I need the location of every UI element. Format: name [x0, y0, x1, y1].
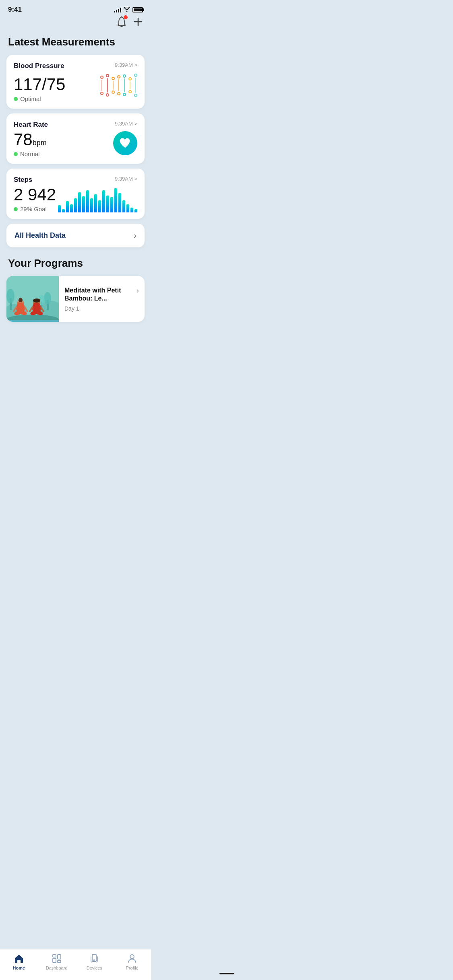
step-bar: [102, 190, 105, 212]
programs-title: Your Programs: [0, 255, 151, 276]
step-bar: [110, 197, 113, 212]
step-bar: [106, 196, 109, 212]
hr-title: Heart Rate: [14, 121, 48, 129]
status-bar: 9:41: [0, 0, 151, 16]
bp-title: Blood Pressure: [14, 62, 64, 70]
battery-icon: [132, 7, 143, 12]
bp-time: 9:39AM >: [115, 62, 137, 68]
hr-status: Normal: [14, 150, 47, 157]
program-day: Day 1: [64, 305, 139, 312]
step-bar: [74, 198, 77, 212]
bp-chart: [100, 70, 137, 102]
program-title: Meditate with Petit Bambou: Le...: [64, 286, 133, 303]
program-image: [6, 276, 59, 322]
meditate-program-card[interactable]: Meditate with Petit Bambou: Le... › Day …: [6, 276, 145, 322]
step-bar: [94, 194, 97, 212]
steps-status-dot: [14, 207, 18, 211]
step-bar: [114, 188, 117, 212]
add-button[interactable]: [133, 17, 143, 29]
step-bar: [66, 201, 69, 212]
wifi-icon: [124, 6, 130, 13]
steps-time: 9:39AM >: [115, 176, 137, 182]
steps-status: 29% Goal: [14, 206, 56, 212]
svg-point-15: [19, 298, 22, 300]
bp-status: Optimal: [14, 95, 100, 102]
program-info: Meditate with Petit Bambou: Le... › Day …: [59, 276, 145, 322]
svg-point-7: [6, 289, 14, 303]
step-bar: [86, 190, 89, 212]
svg-point-9: [44, 292, 51, 304]
step-bar: [90, 198, 93, 212]
step-bar: [122, 200, 125, 212]
all-health-data-label: All Health Data: [14, 231, 66, 240]
steps-title: Steps: [14, 176, 32, 184]
all-health-data-card[interactable]: All Health Data ›: [6, 224, 145, 247]
program-chevron-icon: ›: [137, 286, 139, 295]
bp-value: 117/75: [14, 75, 100, 94]
steps-card[interactable]: Steps 9:39AM > 2 942 29% Goal: [6, 169, 145, 219]
header-actions: [0, 16, 151, 34]
chevron-right-icon: ›: [134, 231, 137, 240]
status-time: 9:41: [8, 6, 22, 14]
hr-status-dot: [14, 152, 18, 156]
notification-dot: [124, 15, 128, 19]
status-icons: [114, 6, 143, 13]
step-bar: [78, 192, 81, 212]
step-bar: [70, 204, 73, 212]
svg-point-0: [121, 16, 122, 18]
bell-icon: [116, 18, 127, 30]
step-bar: [58, 205, 61, 212]
steps-chart: [58, 186, 137, 212]
hr-time: 9:39AM >: [115, 121, 137, 127]
svg-point-22: [33, 299, 40, 303]
step-bar: [126, 204, 129, 212]
notification-bell[interactable]: [116, 16, 127, 30]
latest-measurements-title: Latest Measurements: [0, 34, 151, 55]
heart-rate-icon: [113, 131, 137, 155]
bp-status-dot: [14, 97, 18, 101]
step-bar: [82, 196, 85, 212]
blood-pressure-card[interactable]: Blood Pressure 9:39AM > 117/75 Optimal: [6, 55, 145, 109]
step-bar: [98, 200, 101, 212]
hr-value: 78bpm: [14, 130, 47, 149]
step-bar: [118, 193, 121, 212]
heart-rate-card[interactable]: Heart Rate 9:39AM > 78bpm Normal: [6, 113, 145, 164]
steps-value: 2 942: [14, 185, 56, 204]
signal-bars-icon: [114, 7, 121, 12]
